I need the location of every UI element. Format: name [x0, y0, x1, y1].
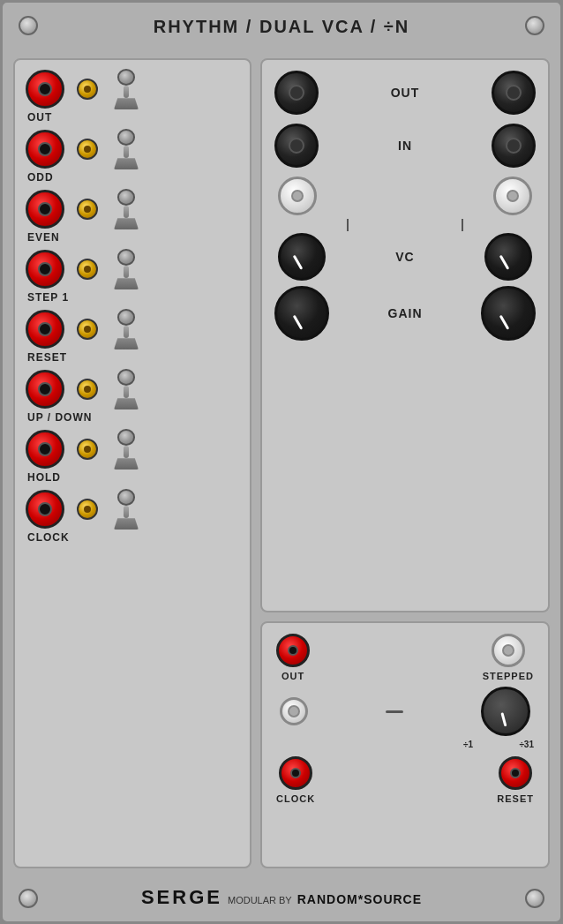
divn-cv-jack[interactable]: [280, 697, 308, 725]
odd-cv-jack[interactable]: [77, 139, 98, 160]
divn-clock-jack[interactable]: [279, 756, 312, 790]
vca-in-jack-left[interactable]: [274, 124, 319, 168]
right-panels: OUT IN: [260, 58, 550, 868]
updown-toggle[interactable]: [110, 369, 142, 409]
divn-dash: [386, 710, 403, 713]
updown-cv-jack[interactable]: [77, 379, 98, 400]
even-toggle[interactable]: [110, 189, 142, 229]
clock-label: CLOCK: [27, 531, 70, 544]
module-footer: SERGE MODULAR BY RANDOM*SOURCE: [3, 873, 560, 921]
vca-in-jack-right[interactable]: [492, 124, 536, 168]
vca-vc-knob-left[interactable]: [278, 233, 326, 281]
list-item: HOLD: [22, 429, 243, 484]
list-item: EVEN: [22, 189, 243, 244]
hold-cv-jack[interactable]: [77, 439, 98, 460]
clock-jack[interactable]: [26, 490, 64, 529]
out-jack[interactable]: [26, 70, 64, 109]
hold-jack[interactable]: [26, 430, 64, 469]
divn-clock-label: CLOCK: [276, 793, 315, 804]
divn-knob[interactable]: [481, 687, 530, 736]
tick-left: [347, 219, 349, 231]
list-item: RESET: [22, 309, 243, 364]
vca-in-label: IN: [398, 139, 412, 153]
divn-out-jack[interactable]: [276, 634, 310, 667]
module-header: RHYTHM / DUAL VCA / ÷N: [3, 3, 560, 51]
step1-label: STEP 1: [27, 291, 69, 304]
clock-cv-jack[interactable]: [77, 499, 98, 520]
step1-jack[interactable]: [26, 250, 64, 289]
vca-out-jack-left[interactable]: [274, 71, 319, 115]
out-controls: [22, 69, 142, 109]
vca-gain-knob-left[interactable]: [274, 286, 329, 341]
hold-toggle[interactable]: [110, 429, 142, 470]
divn-panel: OUT STEPPED: [260, 621, 550, 868]
module: RHYTHM / DUAL VCA / ÷N: [0, 0, 563, 924]
clock-toggle[interactable]: [110, 489, 142, 530]
divn-range-max: ÷31: [519, 740, 534, 749]
vca-gain-label: GAIN: [388, 306, 423, 320]
reset-cv-jack[interactable]: [77, 319, 98, 340]
list-item: UP / DOWN: [22, 369, 243, 424]
out-cv-jack[interactable]: [77, 79, 98, 100]
even-jack[interactable]: [26, 190, 64, 229]
reset-jack[interactable]: [26, 310, 64, 349]
brand-random-source: RANDOM*SOURCE: [297, 892, 422, 906]
module-title: RHYTHM / DUAL VCA / ÷N: [154, 17, 410, 37]
reset-label: RESET: [27, 351, 67, 364]
list-item: OUT: [22, 69, 243, 124]
out-label: OUT: [27, 111, 52, 124]
updown-jack[interactable]: [26, 370, 64, 409]
step1-cv-jack[interactable]: [77, 259, 98, 280]
out-toggle[interactable]: [110, 69, 142, 109]
even-cv-jack[interactable]: [77, 199, 98, 220]
odd-toggle[interactable]: [110, 129, 142, 169]
list-item: STEP 1: [22, 249, 243, 304]
tick-right: [462, 219, 463, 231]
dual-vca-panel: OUT IN: [260, 58, 550, 612]
odd-label: ODD: [27, 171, 54, 184]
vca-vc-label: VC: [395, 250, 414, 264]
updown-label: UP / DOWN: [27, 411, 92, 424]
reset-toggle[interactable]: [110, 309, 142, 349]
hold-label: HOLD: [27, 471, 61, 484]
brand: SERGE MODULAR BY RANDOM*SOURCE: [141, 886, 422, 909]
divn-reset-jack[interactable]: [499, 756, 532, 790]
vca-out-jack-right[interactable]: [492, 71, 536, 115]
vca-gain-knob-right[interactable]: [481, 286, 536, 341]
brand-modular-by: MODULAR BY: [228, 895, 292, 905]
vca-out-label: OUT: [391, 86, 420, 100]
divn-out-label: OUT: [282, 671, 304, 681]
left-panel: OUT ODD: [13, 58, 251, 868]
divn-range-min: ÷1: [463, 740, 473, 749]
divn-stepped-label: STEPPED: [483, 671, 534, 681]
vca-cv-jack-left[interactable]: [278, 177, 317, 215]
out-jack-inner: [38, 82, 52, 96]
module-body: OUT ODD: [3, 51, 560, 921]
vca-vc-knob-right[interactable]: [484, 233, 532, 281]
list-item: ODD: [22, 129, 243, 184]
even-label: EVEN: [27, 231, 60, 244]
brand-serge: SERGE: [141, 886, 222, 909]
vca-cv-jack-right[interactable]: [493, 177, 532, 215]
list-item: CLOCK: [22, 489, 243, 544]
step1-toggle[interactable]: [110, 249, 142, 289]
divn-stepped-jack[interactable]: [492, 634, 525, 667]
odd-jack[interactable]: [26, 130, 64, 169]
divn-reset-label: RESET: [497, 793, 534, 804]
